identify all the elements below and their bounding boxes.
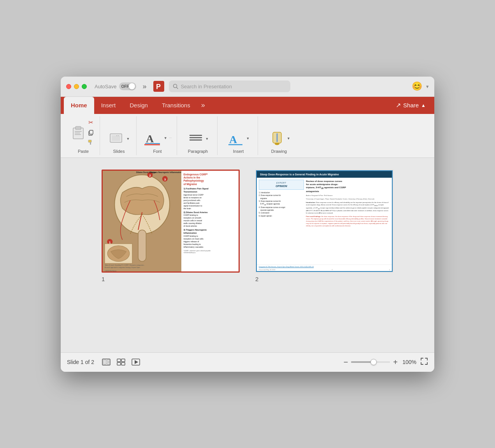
svg-rect-15 xyxy=(116,135,117,136)
svg-text:A: A xyxy=(229,133,237,145)
drawing-icon xyxy=(269,131,284,145)
copy-button[interactable] xyxy=(86,128,95,137)
slide-2-container: Steep Dose-Response is a General Finding… xyxy=(255,170,393,282)
toolbar-group-paragraph: ▼ Paragraph xyxy=(179,116,218,155)
slide-1-item-2: 2) Dilates Dural Arteries CGRP binding t… xyxy=(183,211,237,228)
slide-1-title: Endogenous CGRP*Actions in thePathophysi… xyxy=(183,173,237,186)
zoom-percent: 100% xyxy=(401,359,416,365)
slide-sorter-button[interactable] xyxy=(117,359,125,366)
toggle-knob xyxy=(129,83,135,89)
slide-2-institution: ¹University of Copenhagen, ²Dept. Danish… xyxy=(306,198,390,200)
slideshow-button[interactable] xyxy=(132,359,140,366)
share-button[interactable]: ↗ Share ▲ xyxy=(390,97,431,114)
paragraph-icons: ▼ xyxy=(187,131,209,147)
svg-rect-14 xyxy=(112,135,120,141)
slide-2[interactable]: Steep Dose-Response is a General Finding… xyxy=(255,170,393,273)
svg-rect-10 xyxy=(90,130,93,134)
clipboard-icon xyxy=(72,125,85,140)
slide-2-inner: Steep Dose-Response is a General Finding… xyxy=(256,170,393,272)
account-chevron[interactable]: ▾ xyxy=(426,84,429,89)
svg-text:A novel approach to migraine t: A novel approach to migraine therapy. Ex… xyxy=(105,266,141,268)
slide-1-item-3: 3) Triggers NeurogenicInflammation CGRP … xyxy=(183,229,237,248)
slide-2-list-item-3: 3. Dose-response curves for 5-HT1B recep… xyxy=(259,200,304,206)
svg-rect-16 xyxy=(118,135,119,136)
ribbon-tabs: Home Insert Design Transitions » ↗ Share… xyxy=(61,97,434,114)
more-button[interactable]: » xyxy=(140,82,149,91)
slide-1-container: 3 2 1 Triggers Neurogenic Inflammation D… xyxy=(102,170,240,282)
view-buttons xyxy=(102,359,140,366)
minimize-button[interactable] xyxy=(74,84,79,89)
slides-row: 3 2 1 Triggers Neurogenic Inflammation D… xyxy=(102,170,393,282)
drawing-dropdown-icon: ▼ xyxy=(287,136,290,140)
slide-2-number: 2 xyxy=(255,276,258,282)
autosave-toggle[interactable]: OFF xyxy=(119,82,136,90)
toolbar: ✂ xyxy=(61,114,434,158)
font-dropdown-icon: ▼ xyxy=(164,136,167,140)
drawing-button[interactable] xyxy=(268,130,286,147)
paste-icons: ✂ xyxy=(72,118,95,147)
font-button[interactable]: A xyxy=(143,130,163,147)
brain-diagram: 3 2 1 Triggers Neurogenic Inflammation D… xyxy=(103,171,181,271)
toolbar-group-drawing: ▼ Drawing xyxy=(260,116,298,155)
zoom-slider[interactable] xyxy=(351,361,390,363)
tab-transitions[interactable]: Transitions xyxy=(155,97,197,114)
main-content: 3 2 1 Triggers Neurogenic Inflammation D… xyxy=(61,158,434,352)
expert-opinion-box: EXPERT OPINION xyxy=(259,180,304,190)
paragraph-button[interactable] xyxy=(187,131,204,147)
font-icon: A xyxy=(144,131,161,145)
zoom-in-button[interactable]: + xyxy=(393,358,398,367)
fit-slide-button[interactable] xyxy=(420,357,428,367)
svg-rect-47 xyxy=(107,362,110,364)
slides-icon xyxy=(109,132,124,145)
maximize-button[interactable] xyxy=(82,84,87,89)
slide-2-list-item-2: 2. Dose-response curves for migraine xyxy=(259,194,304,200)
cut-button[interactable]: ✂ xyxy=(86,118,95,127)
powerpoint-icon: P xyxy=(153,80,165,93)
paragraph-label: Paragraph xyxy=(188,149,208,154)
toolbar-group-paste: ✂ xyxy=(67,116,100,155)
svg-text:3: 3 xyxy=(164,177,166,181)
svg-text:A: A xyxy=(146,133,154,145)
slide-2-list-item-5: 5. Conclusion xyxy=(259,212,304,214)
svg-rect-5 xyxy=(75,126,81,130)
svg-text:©2018 BioHaven: ©2018 BioHaven xyxy=(105,270,117,271)
slides-label: Slides xyxy=(113,149,125,154)
slide-2-right: Review of dose response curvesfor acute … xyxy=(306,180,390,262)
zoom-out-button[interactable]: − xyxy=(344,358,348,367)
svg-rect-48 xyxy=(117,359,121,362)
toolbar-group-slides: ▼ Slides xyxy=(102,116,137,155)
svg-point-26 xyxy=(275,143,279,145)
share-chevron-icon: ▲ xyxy=(421,103,426,108)
close-button[interactable] xyxy=(66,84,71,89)
slide-2-bottom-bar: Presented May 18 2019 © 1 xyxy=(257,268,392,271)
brain-svg: 3 2 1 Triggers Neurogenic Inflammation D… xyxy=(103,171,181,271)
tab-insert[interactable]: Insert xyxy=(94,97,123,114)
toolbar-group-insert: A ▼ Insert xyxy=(219,116,258,155)
insert-icons: A ▼ xyxy=(227,130,250,147)
slide-2-findings-text: First result findings: the dose-response… xyxy=(306,215,390,227)
insert-button[interactable]: A xyxy=(227,130,245,147)
paste-button[interactable] xyxy=(72,125,85,140)
svg-rect-6 xyxy=(75,131,82,132)
copy-icon xyxy=(88,130,94,136)
format-painter-button[interactable] xyxy=(86,138,95,147)
svg-rect-8 xyxy=(75,134,81,135)
svg-marker-53 xyxy=(135,360,138,364)
tab-design[interactable]: Design xyxy=(123,97,155,114)
slide-2-intro-text: Introduction: Dose-response curves for e… xyxy=(306,201,390,215)
slide-1[interactable]: 3 2 1 Triggers Neurogenic Inflammation D… xyxy=(102,170,240,273)
slide-2-list-item-6: 6. Expert opinion xyxy=(259,215,304,217)
search-bar[interactable]: Search in Presentation xyxy=(169,80,290,92)
fit-window-icon xyxy=(420,357,428,365)
new-slide-button[interactable] xyxy=(108,131,125,147)
svg-rect-11 xyxy=(88,140,91,142)
slide-1-number: 1 xyxy=(102,276,105,282)
svg-text:Dilates Dural Arteries: Dilates Dural Arteries xyxy=(136,171,156,173)
slide-1-image-area: 3 2 1 Triggers Neurogenic Inflammation D… xyxy=(103,171,181,271)
insert-dropdown-icon: ▼ xyxy=(246,136,250,140)
tab-home[interactable]: Home xyxy=(64,97,94,114)
account-button[interactable]: 😊 xyxy=(412,81,422,91)
normal-view-button[interactable] xyxy=(102,359,111,366)
slide-1-text-area: Endogenous CGRP*Actions in thePathophysi… xyxy=(181,171,239,271)
ribbon-more-button[interactable]: » xyxy=(197,97,209,114)
